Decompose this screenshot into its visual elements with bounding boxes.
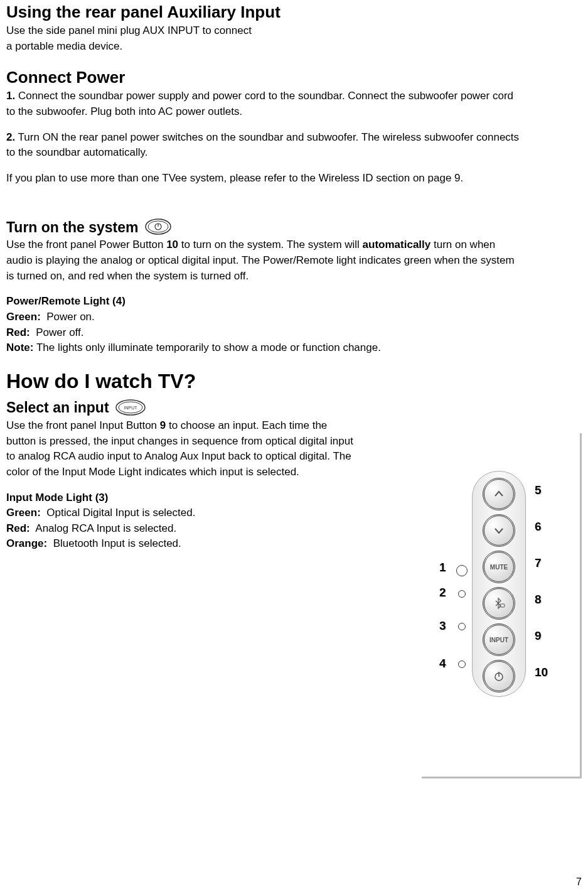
callout-7: 7 [535, 556, 542, 570]
led-3 [458, 623, 466, 630]
power-light-green: Green: Power on. [6, 310, 521, 325]
callout-2: 2 [439, 586, 446, 600]
text-aux-p1: Use the side panel mini plug AUX INPUT t… [6, 23, 582, 39]
power-remote-light-heading: Power/Remote Light (4) [6, 294, 521, 310]
front-panel-body: MUTE INPUT [472, 471, 526, 697]
input-button: INPUT [483, 623, 515, 656]
callout-6: 6 [535, 520, 542, 534]
callout-3: 3 [439, 619, 446, 633]
select-input-body: Use the front panel Input Button 9 to ch… [6, 418, 358, 480]
callout-9: 9 [535, 629, 542, 643]
mute-button: MUTE [483, 551, 515, 583]
callout-4: 4 [439, 657, 446, 670]
turn-on-body: Use the front panel Power Button 10 to t… [6, 237, 521, 284]
led-4 [458, 660, 466, 668]
callout-8: 8 [535, 593, 542, 606]
heading-select-input: Select an input [6, 399, 109, 416]
input-light-red: Red: Analog RCA Input is selected. [6, 521, 358, 537]
section-connect-power: Connect Power 1. Connect the soundbar po… [6, 68, 521, 186]
bluetooth-tv-button [483, 587, 515, 620]
led-1 [456, 565, 468, 576]
section-select-input: Select an input INPUT Use the front pane… [6, 399, 358, 552]
input-icon: INPUT [115, 399, 146, 418]
callout-1: 1 [439, 561, 446, 574]
heading-connect-power: Connect Power [6, 68, 521, 87]
section-aux-input: Using the rear panel Auxiliary Input Use… [6, 3, 582, 54]
heading-watch-tv: How do I watch TV? [6, 370, 582, 393]
input-light-green: Green: Optical Digital Input is selected… [6, 505, 358, 521]
callout-10: 10 [535, 665, 548, 679]
power-icon [145, 218, 171, 237]
step-1: 1. Connect the soundbar power supply and… [6, 89, 521, 119]
power-button [483, 660, 515, 692]
power-light-note: Note: The lights only illuminate tempora… [6, 340, 521, 356]
led-2 [458, 590, 466, 598]
svg-text:INPUT: INPUT [124, 406, 138, 410]
input-light-orange: Orange: Bluetooth Input is selected. [6, 536, 358, 552]
text-aux-p2: a portable media device. [6, 39, 582, 55]
connect-power-note: If you plan to use more than one TVee sy… [6, 171, 521, 186]
callout-5: 5 [535, 483, 542, 497]
heading-turn-on: Turn on the system [6, 219, 138, 236]
page-number: 7 [576, 876, 582, 888]
power-light-red: Red: Power off. [6, 325, 521, 341]
volume-up-button [483, 478, 515, 510]
front-panel-diagram: MUTE INPUT 1 2 3 4 5 6 7 8 9 10 [422, 433, 582, 778]
callout-ref-10: 10 [166, 239, 178, 250]
volume-down-button [483, 514, 515, 547]
input-mode-light-heading: Input Mode Light (3) [6, 490, 358, 506]
callout-ref-9: 9 [160, 419, 166, 431]
section-turn-on: Turn on the system Use the front panel P… [6, 218, 521, 355]
heading-aux-input: Using the rear panel Auxiliary Input [6, 3, 582, 22]
step-2: 2. Turn ON the rear panel power switches… [6, 130, 521, 161]
